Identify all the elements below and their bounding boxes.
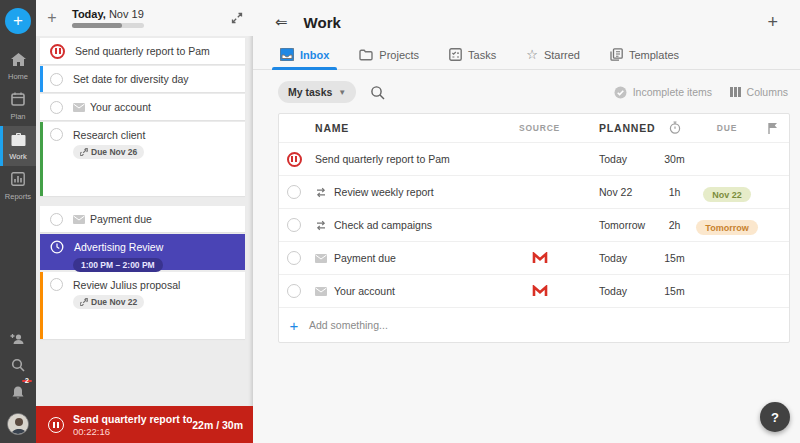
email-icon <box>73 215 85 224</box>
tab-starred[interactable]: ☆ Starred <box>524 44 582 69</box>
search-icon[interactable] <box>11 358 25 372</box>
work-header: ⇐ Work + <box>253 0 800 44</box>
pause-timer-icon[interactable] <box>287 152 302 167</box>
task-checkbox[interactable] <box>50 128 63 141</box>
list-toolbar: My tasks▼ Incomplete items Columns <box>253 70 800 113</box>
columns-button[interactable]: Columns <box>730 86 788 98</box>
header-source: SOURCE <box>519 123 560 133</box>
pause-timer-button[interactable] <box>48 417 64 433</box>
sidebar-item-label: Work <box>9 152 26 161</box>
invite-person-icon[interactable] <box>10 333 26 345</box>
due-badge: Nov 22 <box>703 187 751 202</box>
briefcase-icon <box>11 132 26 150</box>
duration-header-icon <box>669 121 681 136</box>
table-header-row: NAME SOURCE PLANNED DUE <box>279 114 789 142</box>
sidebar-item-reports[interactable]: Reports <box>0 166 36 206</box>
folder-icon <box>359 49 373 61</box>
sidebar-item-label: Reports <box>5 192 31 201</box>
task-card[interactable]: Payment due <box>40 206 245 232</box>
gmail-icon <box>532 252 548 264</box>
task-card[interactable]: Research client Due Nov 26 <box>40 122 245 196</box>
add-task-row[interactable]: + Add something... <box>279 307 789 342</box>
sidebar-item-home[interactable]: Home <box>0 46 36 86</box>
table-row[interactable]: Send quarterly report to Pam Today 30m <box>279 142 789 175</box>
star-icon: ☆ <box>526 50 538 60</box>
due-date-chip: Due Nov 26 <box>73 145 144 159</box>
timer-elapsed: 00:22:16 <box>73 426 192 437</box>
notification-badge: 2 <box>22 380 32 382</box>
table-row[interactable]: Your account Today 15m <box>279 274 789 307</box>
tab-templates[interactable]: Templates <box>608 44 681 69</box>
inbox-icon <box>280 48 294 61</box>
bar-chart-icon <box>11 172 25 190</box>
work-main: ⇐ Work + Inbox Projects Tasks ☆ Starred <box>253 0 800 443</box>
pause-timer-icon[interactable] <box>50 44 65 59</box>
clock-icon <box>50 240 64 254</box>
user-avatar[interactable] <box>7 413 29 435</box>
active-timer-bar[interactable]: Send quarterly report to Pam 00:22:16 22… <box>36 406 253 443</box>
app-window: + Home Plan Work <box>0 0 800 443</box>
repeat-icon <box>315 220 327 231</box>
sidebar-item-work[interactable]: Work <box>0 126 36 166</box>
table-search-icon[interactable] <box>370 85 385 100</box>
task-card[interactable]: Your account <box>40 94 245 120</box>
header-due: DUE <box>717 123 737 133</box>
tab-tasks[interactable]: Tasks <box>447 44 498 69</box>
global-add-button[interactable]: + <box>5 8 31 34</box>
task-checkbox[interactable] <box>287 185 301 199</box>
calendar-icon <box>11 92 25 110</box>
table-row[interactable]: Review weekly report Nov 22 1h Nov 22 <box>279 175 789 208</box>
panel-add-button[interactable]: + <box>42 9 62 27</box>
time-range-chip: 1:00 PM – 2:00 PM <box>73 258 163 272</box>
today-panel-header: + Today, Nov 19 <box>36 0 253 36</box>
work-tabs: Inbox Projects Tasks ☆ Starred Templates <box>253 44 800 70</box>
task-checkbox[interactable] <box>50 278 63 291</box>
task-card-selected[interactable]: Advertising Review 1:00 PM – 2:00 PM <box>40 234 245 270</box>
task-card[interactable]: Set date for diversity day <box>40 66 245 92</box>
notifications-bell-icon[interactable]: 2 <box>11 385 25 400</box>
task-checkbox[interactable] <box>287 218 301 232</box>
today-panel: + Today, Nov 19 Send quarterly report to… <box>36 0 253 443</box>
incomplete-items-toggle[interactable]: Incomplete items <box>614 86 712 99</box>
email-icon <box>73 103 85 112</box>
inbox-table: NAME SOURCE PLANNED DUE Send quarterly r… <box>278 113 790 343</box>
add-icon: + <box>279 317 309 334</box>
columns-icon <box>730 87 741 97</box>
panel-date-title: Today, Nov 19 <box>72 8 144 20</box>
repeat-icon <box>315 187 327 198</box>
task-card[interactable]: Send quarterly report to Pam <box>40 38 245 64</box>
task-checkbox[interactable] <box>50 101 63 114</box>
link-icon <box>80 298 88 306</box>
timer-task-name: Send quarterly report to Pam <box>73 413 192 425</box>
task-checkbox[interactable] <box>50 213 63 226</box>
task-list-icon <box>449 48 462 61</box>
email-icon <box>315 254 327 263</box>
main-add-button[interactable]: + <box>767 12 778 33</box>
rail-nav: Home Plan Work Reports <box>0 46 36 206</box>
task-filter-dropdown[interactable]: My tasks▼ <box>278 81 356 103</box>
gmail-icon <box>532 285 548 297</box>
templates-icon <box>610 48 623 61</box>
sidebar-item-plan[interactable]: Plan <box>0 86 36 126</box>
tab-inbox[interactable]: Inbox <box>278 44 331 69</box>
tab-projects[interactable]: Projects <box>357 44 421 69</box>
app-rail: + Home Plan Work <box>0 0 36 443</box>
table-row[interactable]: Check ad campaigns Tomorrow 2h Tomorrow <box>279 208 789 241</box>
due-badge: Tomorrow <box>696 220 757 235</box>
check-circle-icon <box>614 86 627 99</box>
link-icon <box>80 148 88 156</box>
task-checkbox[interactable] <box>287 251 301 265</box>
day-progress-bar <box>72 23 144 28</box>
table-row[interactable]: Payment due Today 15m <box>279 241 789 274</box>
rail-bottom: 2 <box>7 333 29 443</box>
help-button[interactable]: ? <box>760 402 790 432</box>
chevron-down-icon: ▼ <box>338 88 346 97</box>
today-task-list: Send quarterly report to Pam Set date fo… <box>36 36 253 339</box>
sidebar-item-label: Plan <box>10 112 25 121</box>
task-card[interactable]: Review Julius proposal Due Nov 22 <box>40 272 245 339</box>
collapse-back-icon[interactable]: ⇐ <box>275 13 288 31</box>
due-date-chip: Due Nov 22 <box>73 295 144 309</box>
task-checkbox[interactable] <box>50 73 63 86</box>
expand-panel-icon[interactable] <box>231 12 243 24</box>
task-checkbox[interactable] <box>287 284 301 298</box>
